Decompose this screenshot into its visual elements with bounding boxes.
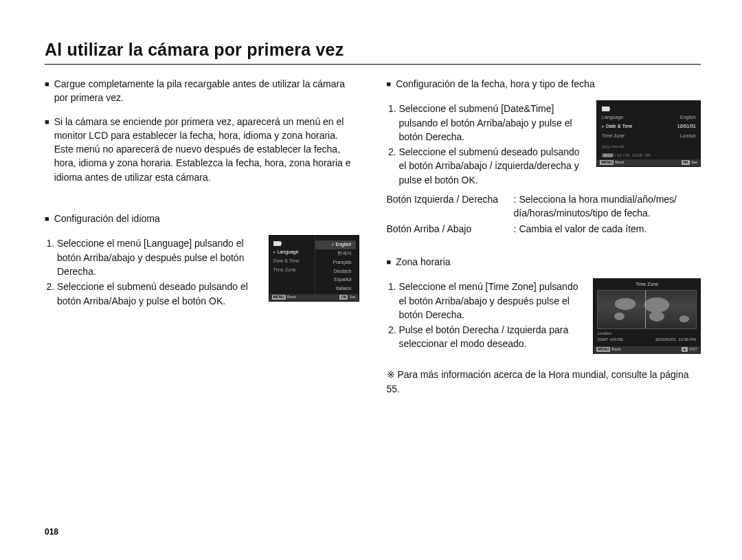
def-ud-key: Botón Arriba / Abajo (387, 222, 514, 236)
dt-row-datetime-key: ▸ Date & Time (602, 124, 632, 130)
timezone-section-header: Zona horaria (396, 255, 701, 269)
lang-section-header: Configuración del idioma (54, 212, 359, 225)
bullet-icon: ■ (45, 115, 54, 184)
dt-step-2: Seleccione el submenú deseado pulsando e… (399, 145, 587, 187)
ok-tag: OK (339, 295, 348, 300)
tz-date: 2010/01/01 (655, 337, 676, 341)
option-italiano: Italiano (315, 284, 356, 293)
lang-step-1: Seleccione el menú [Language] pulsando e… (57, 236, 259, 278)
dt-row-timezone-key: Time Zone (602, 133, 625, 139)
tz-time: 12:00 PM (678, 337, 696, 341)
intro-2: Si la cámara se enciende por primera vez… (54, 115, 359, 184)
dt-format-hint: yyyy mm dd (602, 144, 696, 150)
title-rule (45, 64, 701, 65)
intro-1: Cargue completamente la pila recargable … (54, 77, 359, 105)
battery-icon (273, 241, 281, 246)
menu-item-language: ▸ Language (273, 248, 314, 257)
bullet-icon: ■ (45, 212, 54, 225)
menu-tag: MENU (596, 347, 610, 352)
lcd-datetime-screenshot: LanguageEnglish ▸ Date & Time10/01/01 Ti… (596, 100, 701, 167)
world-map-icon (597, 290, 697, 329)
datetime-steps: Seleccione el submenú [Date&Time] pulsan… (387, 102, 587, 187)
set-label: Set (349, 295, 355, 299)
option-francais: Français (315, 258, 356, 267)
dt-row-datetime-val: 10/01/01 (677, 124, 696, 130)
world-time-note: ※ Para más información acerca de la Hora… (387, 368, 701, 396)
def-lr-key: Botón Izquierda / Derecha (387, 192, 514, 221)
back-label: Back (611, 347, 620, 351)
lang-steps: Seleccione el menú [Language] pulsando e… (45, 236, 259, 307)
menu-tag: MENU (600, 160, 614, 165)
right-column: ■ Configuración de la fecha, hora y tipo… (387, 77, 701, 396)
dt-row-language-val: English (680, 115, 696, 121)
ok-tag: OK (682, 160, 690, 165)
dt-row-language-key: Language (602, 115, 623, 121)
dst-label: DST (689, 347, 697, 351)
page-number: 018 (45, 527, 58, 537)
menu-item-timezone: Time Zone (273, 266, 314, 275)
timezone-steps: Seleccione el menú [Time Zone] pulsando … (387, 280, 584, 350)
datetime-section-header: Configuración de la fecha, hora y tipo d… (396, 77, 701, 91)
menu-tag: MENU (272, 295, 286, 300)
left-column: ■ Cargue completamente la pila recargabl… (45, 77, 359, 396)
option-espanol: Español (315, 276, 356, 284)
option-korean: 한국어 (315, 249, 356, 258)
page-title: Al utilizar la cámara por primera vez (45, 40, 701, 60)
dt-edit-line: 2010 / 01 / 01 12:00 Off (602, 153, 696, 159)
tz-step-1: Seleccione el menú [Time Zone] pulsando … (399, 280, 584, 322)
def-ud-val: Cambia el valor de cada ítem. (519, 223, 647, 234)
set-label: Set (691, 160, 697, 164)
back-label: Back (615, 160, 624, 164)
battery-icon (602, 107, 609, 111)
option-english: English (315, 240, 356, 249)
bullet-icon: ■ (45, 77, 54, 105)
option-deutsch: Deutsch (315, 267, 356, 276)
tz-gmt: [GMT +00:00] (598, 337, 623, 343)
dt-row-timezone-val: London (680, 133, 696, 139)
up-arrow-icon: ▲ (682, 347, 688, 352)
dt-step-1: Seleccione el submenú [Date&Time] pulsan… (399, 102, 587, 144)
def-lr-val: Selecciona la hora mundial/año/mes/ día/… (514, 194, 677, 219)
tz-step-2: Pulse el botón Derecha / Izquierda para … (399, 323, 584, 351)
tz-city: London (598, 331, 611, 337)
bullet-icon: ■ (387, 77, 396, 91)
tz-title: Time Zone (594, 279, 700, 289)
lang-step-2: Seleccione el submenú deseado pulsando e… (57, 280, 259, 308)
menu-item-datetime: Date & Time (273, 257, 314, 266)
lcd-language-screenshot: ▸ Language Date & Time Time Zone English… (269, 235, 359, 302)
lcd-timezone-screenshot: Time Zone London [GMT +00:00] 2010/01/01… (593, 278, 701, 354)
back-label: Back (287, 295, 296, 299)
bullet-icon: ■ (387, 255, 396, 269)
